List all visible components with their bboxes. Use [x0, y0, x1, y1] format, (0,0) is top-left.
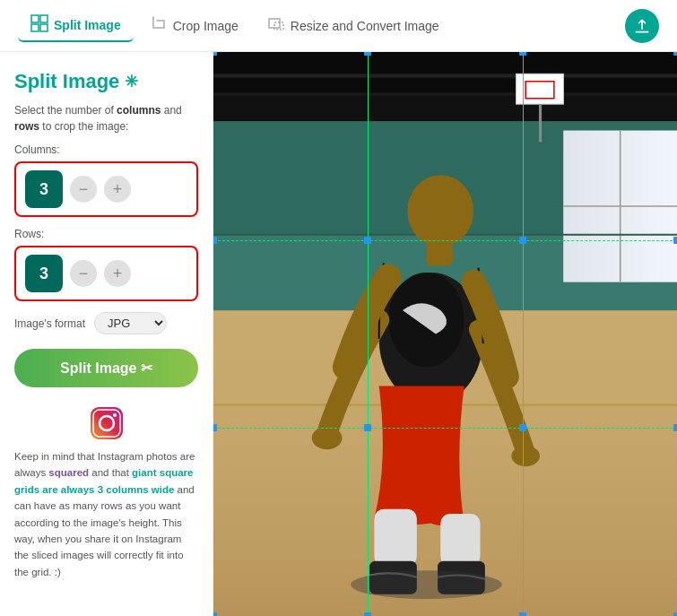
svg-rect-26	[539, 104, 542, 142]
rows-decrement-button[interactable]: −	[70, 260, 97, 287]
rows-increment-button[interactable]: +	[104, 260, 131, 287]
svg-point-8	[113, 413, 117, 417]
panel-title-text: Split Image	[14, 70, 119, 93]
sparkle-icon: ✳︎	[125, 72, 138, 91]
svg-rect-0	[31, 15, 39, 22]
rows-counter-box: 3 − +	[14, 246, 198, 301]
resize-convert-icon	[267, 15, 285, 36]
panel-description: Select the number of columns and rows to…	[14, 102, 198, 134]
svg-point-32	[511, 446, 540, 466]
columns-counter-box: 3 − +	[14, 161, 198, 217]
svg-rect-37	[426, 242, 453, 265]
columns-decrement-button[interactable]: −	[70, 176, 97, 203]
rows-counter-row: 3 − +	[25, 255, 187, 292]
svg-rect-13	[213, 74, 677, 77]
columns-increment-button[interactable]: +	[104, 176, 131, 203]
court-photo	[213, 52, 677, 616]
svg-point-29	[407, 175, 473, 247]
upload-button[interactable]	[625, 9, 659, 43]
rows-label: Rows:	[14, 228, 198, 240]
svg-rect-4	[269, 19, 280, 28]
image-panel	[213, 52, 677, 616]
instagram-icon	[89, 405, 125, 441]
columns-counter-row: 3 − +	[25, 170, 187, 208]
format-label: Image's format	[14, 317, 85, 330]
svg-rect-33	[374, 509, 416, 566]
crop-image-icon	[150, 15, 168, 36]
svg-rect-5	[274, 22, 283, 30]
svg-rect-14	[213, 92, 677, 95]
format-select[interactable]: JPG PNG WEBP	[94, 312, 167, 334]
split-image-button[interactable]: Split Image ✂	[14, 349, 198, 387]
instagram-note: Keep in mind that Instagram photos are a…	[14, 405, 198, 580]
split-image-icon	[30, 14, 48, 35]
svg-rect-2	[31, 24, 39, 31]
columns-label: Columns:	[14, 143, 198, 156]
svg-point-31	[312, 427, 343, 449]
panel-title: Split Image ✳︎	[14, 70, 198, 93]
main-content: Split Image ✳︎ Select the number of colu…	[0, 52, 677, 616]
tab-split-image[interactable]: Split Image	[18, 9, 134, 42]
format-row: Image's format JPG PNG WEBP	[14, 312, 198, 334]
tab-split-image-label: Split Image	[54, 18, 121, 32]
svg-rect-34	[440, 514, 480, 566]
tab-resize-convert-label: Resize and Convert Image	[291, 19, 439, 33]
instagram-note-text: Keep in mind that Instagram photos are a…	[14, 448, 198, 580]
upload-icon	[633, 17, 651, 35]
rows-section: Rows: 3 − +	[14, 228, 198, 301]
nav-tabs: Split Image Crop Image Resize and Conver…	[18, 9, 452, 42]
tab-crop-image-label: Crop Image	[173, 19, 239, 33]
tab-crop-image[interactable]: Crop Image	[137, 10, 251, 41]
app-header: Split Image Crop Image Resize and Conver…	[0, 0, 677, 52]
svg-rect-1	[40, 15, 48, 22]
split-image-button-label: Split Image ✂	[60, 360, 152, 377]
tab-resize-convert[interactable]: Resize and Convert Image	[255, 10, 452, 41]
rows-value: 3	[25, 255, 63, 292]
svg-point-38	[351, 570, 502, 599]
svg-rect-3	[40, 24, 48, 31]
svg-rect-12	[213, 52, 677, 92]
left-panel: Split Image ✳︎ Select the number of colu…	[0, 52, 213, 616]
image-container	[213, 52, 677, 616]
svg-rect-24	[516, 74, 564, 104]
columns-value: 3	[25, 170, 63, 208]
